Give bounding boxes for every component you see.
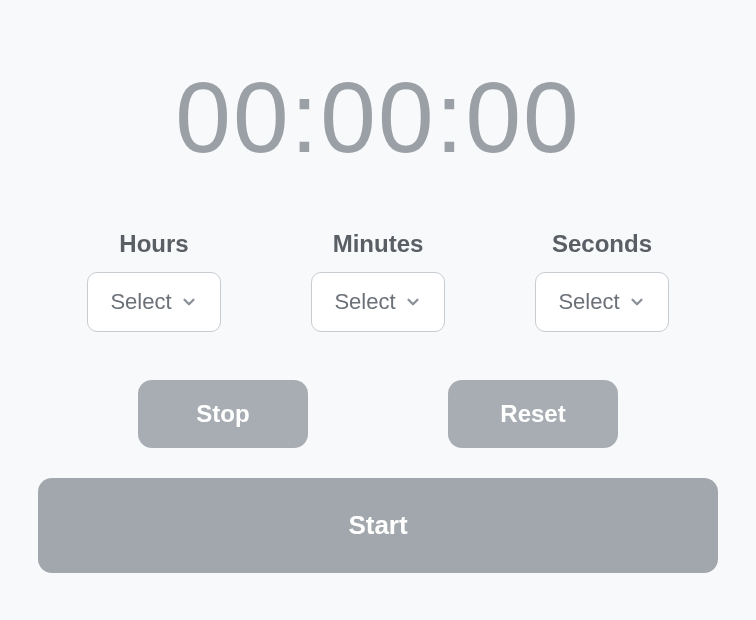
start-button[interactable]: Start (38, 478, 718, 573)
chevron-down-icon (628, 293, 646, 311)
minutes-select-value: Select (334, 289, 395, 315)
chevron-down-icon (404, 293, 422, 311)
control-buttons-row: Stop Reset (138, 380, 618, 448)
chevron-down-icon (180, 293, 198, 311)
seconds-select[interactable]: Select (535, 272, 669, 332)
seconds-selector-group: Seconds Select (535, 230, 669, 332)
hours-select-value: Select (110, 289, 171, 315)
minutes-select[interactable]: Select (311, 272, 445, 332)
hours-select[interactable]: Select (87, 272, 221, 332)
minutes-selector-group: Minutes Select (311, 230, 445, 332)
seconds-select-value: Select (558, 289, 619, 315)
timer-display: 00:00:00 (175, 60, 580, 175)
reset-button[interactable]: Reset (448, 380, 618, 448)
minutes-label: Minutes (333, 230, 424, 258)
hours-selector-group: Hours Select (87, 230, 221, 332)
time-selectors: Hours Select Minutes Select Seconds Sele… (87, 230, 669, 332)
seconds-label: Seconds (552, 230, 652, 258)
hours-label: Hours (119, 230, 188, 258)
stop-button[interactable]: Stop (138, 380, 308, 448)
